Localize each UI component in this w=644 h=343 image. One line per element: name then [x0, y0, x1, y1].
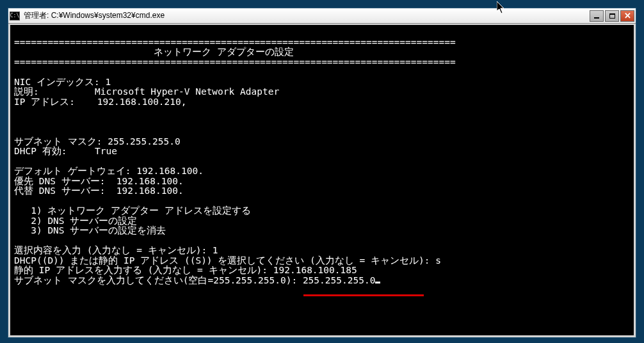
window-controls: ✕ [590, 10, 634, 22]
menu-item-3: 3) DNS サーバーの設定を消去 [14, 225, 166, 235]
close-button[interactable]: ✕ [620, 10, 634, 22]
prompt-dhcp: DHCP((D)) または静的 IP アドレス ((S)) を選択してください … [14, 255, 430, 266]
subnet-value: 255.255.255.0 [108, 136, 181, 147]
dns2-label: 代替 DNS サーバー: [14, 186, 105, 196]
cmd-icon: C:\ [10, 12, 20, 20]
close-icon: ✕ [624, 12, 631, 20]
console-frame: ========================================… [8, 24, 636, 337]
prompt-static-answer: 192.168.100.185 [273, 265, 357, 275]
header-title: ネットワーク アダプターの設定 [14, 47, 294, 57]
gateway-value: 192.168.100. [136, 166, 204, 176]
desc-value: Microsoft Hyper-V Network Adapter [95, 86, 279, 97]
nic-index-label: NIC インデックス: [14, 77, 100, 87]
menu-item-2: 2) DNS サーバーの設定 [14, 216, 137, 226]
annotation-underline [303, 294, 424, 296]
dns2-value: 192.168.100. [117, 186, 184, 196]
window-title: 管理者: C:¥Windows¥system32¥cmd.exe [24, 10, 590, 21]
titlebar[interactable]: C:\ 管理者: C:¥Windows¥system32¥cmd.exe ✕ [8, 8, 636, 24]
prompt-dhcp-answer: s [435, 255, 441, 266]
dhcp-value: True [95, 146, 117, 156]
minimize-button[interactable] [590, 10, 604, 22]
menu-item-1: 1) ネットワーク アダプター アドレスを設定する [14, 205, 251, 216]
maximize-icon [609, 13, 615, 19]
divider-bottom: ========================================… [14, 57, 456, 67]
dns1-label: 優先 DNS サーバー: [14, 176, 105, 186]
minimize-icon [594, 17, 599, 19]
ip-value: 192.168.100.210, [97, 97, 187, 107]
text-cursor [375, 282, 380, 283]
dns1-value: 192.168.100. [117, 176, 184, 186]
divider-top: ========================================… [14, 37, 456, 47]
cmd-window: C:\ 管理者: C:¥Windows¥system32¥cmd.exe ✕ =… [8, 8, 636, 338]
nic-index-value: 1 [105, 77, 111, 87]
prompt-mask: サブネット マスクを入力してください(空白=255.255.255.0): [14, 275, 297, 285]
maximize-button[interactable] [605, 10, 619, 22]
prompt-select: 選択内容を入力 (入力なし = キャンセル): [14, 245, 207, 255]
ip-label: IP アドレス: [14, 97, 75, 107]
prompt-static: 静的 IP アドレスを入力する (入力なし = キャンセル): [14, 265, 268, 275]
console-output[interactable]: ========================================… [10, 25, 634, 335]
desc-label: 説明: [14, 86, 39, 97]
prompt-select-answer: 1 [213, 245, 218, 255]
dhcp-label: DHCP 有効: [14, 146, 67, 156]
prompt-mask-answer: 255.255.255.0 [303, 275, 376, 285]
subnet-label: サブネット マスク: [14, 136, 102, 147]
gateway-label: デフォルト ゲートウェイ: [14, 166, 131, 176]
